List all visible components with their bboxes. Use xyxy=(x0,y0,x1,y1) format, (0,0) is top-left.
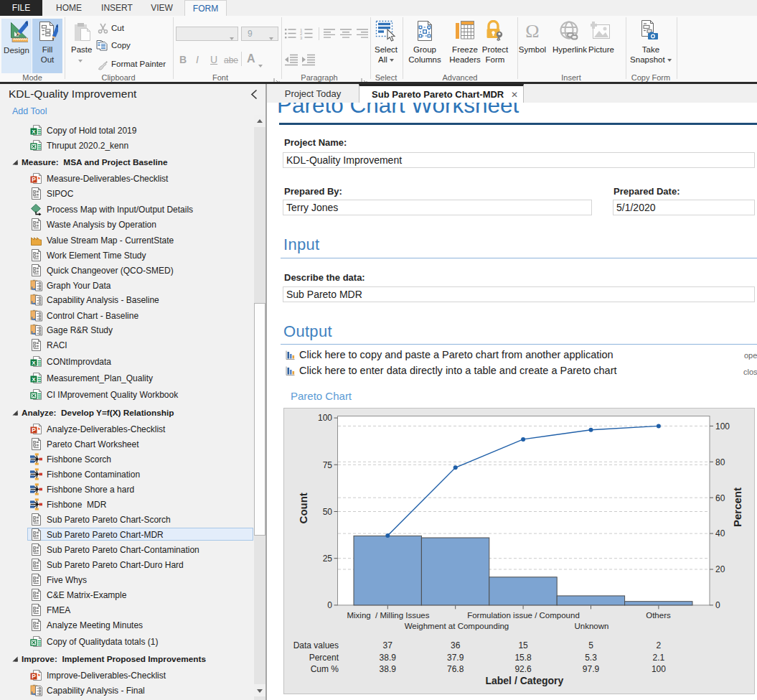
svg-text:92.6: 92.6 xyxy=(514,664,532,674)
svg-text:Count: Count xyxy=(297,493,309,523)
svg-text:P: P xyxy=(32,176,36,183)
svg-text:25: 25 xyxy=(323,554,333,564)
svg-text:X: X xyxy=(32,129,36,135)
svg-text:100: 100 xyxy=(652,664,666,674)
svg-text:97.9: 97.9 xyxy=(583,664,600,674)
svg-text:Unknown: Unknown xyxy=(575,622,609,630)
svg-text:3: 3 xyxy=(300,36,303,40)
svg-text:40: 40 xyxy=(715,528,725,538)
svg-text:Ω: Ω xyxy=(525,21,539,42)
svg-text:5: 5 xyxy=(588,640,593,650)
svg-text:Weighment at Compounding: Weighment at Compounding xyxy=(405,622,509,630)
svg-text:76.8: 76.8 xyxy=(447,664,464,674)
svg-text:5.3: 5.3 xyxy=(585,653,597,663)
svg-text:P: P xyxy=(32,673,36,680)
svg-text:60: 60 xyxy=(715,493,725,503)
svg-text:X: X xyxy=(32,376,36,383)
svg-text:50: 50 xyxy=(323,507,333,517)
svg-text:Formulation issue / Compound: Formulation issue / Compound xyxy=(467,611,580,620)
svg-text:100: 100 xyxy=(715,421,730,431)
svg-text:100: 100 xyxy=(318,413,332,423)
svg-text:Cum %: Cum % xyxy=(311,664,339,674)
svg-text:80: 80 xyxy=(715,457,725,467)
svg-text:Percent: Percent xyxy=(731,487,743,527)
svg-text:P: P xyxy=(32,426,36,434)
svg-text:0: 0 xyxy=(715,600,720,610)
svg-text:36: 36 xyxy=(451,640,461,650)
svg-text:2: 2 xyxy=(657,640,662,650)
svg-text:Data values: Data values xyxy=(293,640,339,650)
svg-text:15.8: 15.8 xyxy=(514,653,532,663)
svg-text:75: 75 xyxy=(323,460,333,470)
svg-text:Others: Others xyxy=(646,611,671,620)
svg-text:2.1: 2.1 xyxy=(653,653,665,663)
svg-text:20: 20 xyxy=(715,564,725,574)
svg-text:Mixing / Milling Issues: Mixing / Milling Issues xyxy=(347,611,429,620)
svg-text:Label / Category: Label / Category xyxy=(485,675,563,686)
svg-text:37.9: 37.9 xyxy=(447,653,464,663)
svg-text:37: 37 xyxy=(383,640,393,650)
svg-text:38.9: 38.9 xyxy=(380,653,397,663)
svg-text:38.9: 38.9 xyxy=(380,664,397,674)
svg-text:Percent: Percent xyxy=(309,653,339,663)
svg-text:15: 15 xyxy=(518,640,528,650)
svg-text:X: X xyxy=(32,360,36,366)
svg-text:0: 0 xyxy=(327,600,332,610)
